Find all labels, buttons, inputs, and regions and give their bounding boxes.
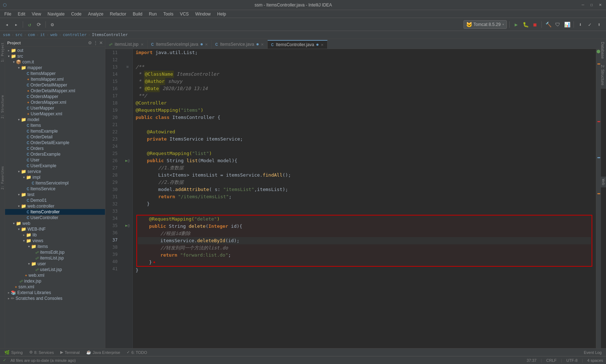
menu-tools[interactable]: Tools [161,11,176,17]
gutter-13[interactable]: ≡ [123,63,132,71]
breadcrumb-ssm[interactable]: ssm [3,32,10,37]
tree-item-web[interactable]: ▾ 📁 web [5,221,105,226]
tree-item-user[interactable]: C User [5,157,105,163]
tree-item-items-edit-jsp[interactable]: ☍ itemsEdit.jsp [5,249,105,255]
tab-close-2[interactable]: ✕ [205,43,208,46]
tab-items-controller[interactable]: C ItemsController.java ✕ [268,40,328,49]
tree-item-web-xml[interactable]: ✦ web.xml [5,272,105,278]
tree-item-user-controller[interactable]: C UserController [5,215,105,221]
breadcrumb-controller[interactable]: controller [63,32,87,37]
menu-analyze[interactable]: Analyze [85,11,106,17]
menu-help[interactable]: Help [214,11,229,17]
tree-item-items-mapper[interactable]: C ItemsMapper [5,71,105,76]
project-gear-icon[interactable]: ⚙ [88,40,92,45]
tree-item-ext-libraries[interactable]: ▸ 📚 External Libraries [5,290,105,296]
tree-item-user-list-jsp[interactable]: ☍ userList.jsp [5,267,105,272]
tree-item-ssm-xml[interactable]: ✦ ssm.xml [5,284,105,290]
menu-run[interactable]: Run [146,11,160,17]
tree-item-scratches[interactable]: ▸ ✏ Scratches and Consoles [5,296,105,301]
status-position[interactable]: 37:37 [527,358,537,363]
profile-button[interactable]: 📊 [563,21,571,28]
menu-vcs[interactable]: VCS [177,11,192,17]
tree-item-items-folder[interactable]: ▾ 📁 items [5,244,105,249]
tree-item-impl[interactable]: ▾ 📁 impl [5,174,105,180]
favorites-side-tab[interactable]: 2: Favorites [0,164,5,192]
project-side-tab[interactable]: 1: Project [0,40,5,64]
tree-item-index-jsp[interactable]: ☍ index.jsp [5,278,105,284]
tree-item-items-list-jsp[interactable]: ☍ itemsList.jsp [5,255,105,261]
tree-item-views[interactable]: ▾ 📁 views [5,238,105,244]
tree-item-com-it[interactable]: ▾ 📦 com.it [5,59,105,65]
structure-tab[interactable]: 2: Structure [601,62,606,89]
tree-item-items-service[interactable]: C ItemsService [5,186,105,192]
tomcat-config-dropdown[interactable]: 🐱 Tomcat 8.5.29 ▾ [464,20,507,29]
coverage-button[interactable]: 🛡 [554,21,562,28]
tree-item-user-folder[interactable]: ▾ 📁 user [5,261,105,267]
status-encoding[interactable]: UTF-8 [566,358,578,363]
code-content[interactable]: import java.util.List; /** * @ClassName … [133,49,596,348]
tree-item-service[interactable]: ▾ 📁 service [5,169,105,174]
breadcrumb-it[interactable]: it [40,32,45,37]
tree-item-user-mapper-xml[interactable]: ✦ UserMapper.xml [5,111,105,117]
menu-edit[interactable]: Edit [15,11,28,17]
tree-item-items-controller[interactable]: C ItemsController [5,209,105,215]
tree-item-test[interactable]: ▾ 📁 test [5,192,105,197]
git-push-button[interactable]: ⬆ [595,21,603,28]
tree-item-items[interactable]: C Items [5,123,105,128]
tree-item-orderdetail-mapper[interactable]: C OrderDetailMapper [5,82,105,88]
tab-items-list-jsp[interactable]: ☍ itemsList.jsp ✕ [105,40,148,49]
rerun-button[interactable]: ↺ [26,21,34,28]
database-tab[interactable]: Database [601,39,606,62]
web-side-tab[interactable]: Web [600,177,606,187]
debug-button[interactable]: 🐛 [522,21,530,28]
tree-item-web-controller[interactable]: ▾ 📁 web.controller [5,203,105,209]
tree-item-user-example[interactable]: C UserExample [5,163,105,169]
menu-window[interactable]: Window [192,11,214,17]
tab-close-3[interactable]: ✕ [261,43,264,46]
status-line-ending[interactable]: CRLF [546,358,557,363]
project-settings-icon[interactable]: ⋮ [93,40,98,45]
git-update-button[interactable]: ⬇ [576,21,584,28]
tree-item-user-mapper[interactable]: C UserMapper [5,105,105,111]
tree-item-lib[interactable]: ▸ 📁 lib [5,232,105,238]
tree-item-demo01[interactable]: C Demo01 [5,197,105,203]
project-close-icon[interactable]: ✕ [99,40,103,45]
breadcrumb-src[interactable]: src [16,32,23,37]
menu-navigate[interactable]: Navigate [45,11,67,17]
minimize-button[interactable]: ─ [580,2,586,8]
back-button[interactable]: ◂ [3,21,11,28]
build-button[interactable]: 🔨 [544,21,552,28]
tab-close-1[interactable]: ✕ [141,43,144,46]
terminal-tab[interactable]: ▶ Terminal [57,349,83,356]
status-indent[interactable]: 4 spaces [587,358,603,363]
menu-refactor[interactable]: Refactor [107,11,129,17]
tree-item-model[interactable]: ▾ 📁 model [5,117,105,123]
tree-item-items-service-impl[interactable]: C ItemsServiceImpl [5,180,105,186]
breadcrumb-com[interactable]: com [28,32,35,37]
breadcrumb-web[interactable]: web [50,32,57,37]
tree-item-orderdetail-mapper-xml[interactable]: ✦ OrderDetailMapper.xml [5,88,105,94]
todo-tab[interactable]: ✓ 6: TODO [124,349,150,356]
gutter-35[interactable]: ▶@ [123,222,132,229]
tree-item-items-mapper-xml[interactable]: ✦ ItemsMapper.xml [5,76,105,82]
java-enterprise-tab[interactable]: ☕ Java Enterprise [83,349,123,356]
event-log-tab[interactable]: Event Log [581,349,605,356]
tree-item-orderdetail-example[interactable]: C OrderDetailExample [5,140,105,146]
tree-item-orders-mapper[interactable]: C OrdersMapper [5,94,105,99]
run-button[interactable]: ▶ [512,21,520,28]
tree-item-webinf[interactable]: ▾ 📁 WEB-INF [5,226,105,232]
forward-button[interactable]: ▸ [12,21,20,28]
tree-item-src[interactable]: ▾ 📁 src [5,53,105,59]
settings-button[interactable]: ⚙ [48,21,56,28]
tree-item-orders[interactable]: C Orders [5,146,105,151]
close-button[interactable]: ✕ [597,2,603,8]
tree-item-orderdetail[interactable]: C OrderDetail [5,134,105,140]
stop-button[interactable]: ■ [531,21,539,28]
menu-build[interactable]: Build [130,11,145,17]
tab-close-4[interactable]: ✕ [321,43,324,47]
maximize-button[interactable]: □ [589,2,594,8]
menu-view[interactable]: View [29,11,44,17]
menu-file[interactable]: File [1,11,14,17]
tree-item-orders-mapper-xml[interactable]: ✦ OrdersMapper.xml [5,99,105,105]
git-commit-button[interactable]: ✓ [586,21,594,28]
